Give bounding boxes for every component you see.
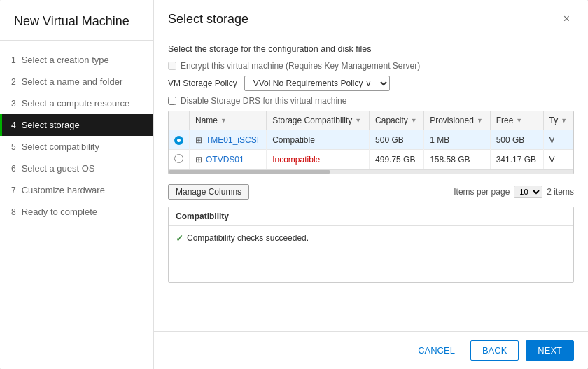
datastore-icon: ⊞ (195, 135, 202, 145)
free-sort-icon[interactable]: ▼ (516, 117, 522, 124)
content-footer: CANCEL BACK NEXT (154, 331, 588, 369)
sidebar-step-1[interactable]: 1Select a creation type (0, 49, 153, 71)
items-per-page-label: Items per page (454, 187, 510, 197)
content-title: Select storage (168, 12, 248, 27)
step-num: 1 (11, 55, 16, 65)
subtitle: Select the storage for the configuration… (168, 44, 574, 54)
compatibility-body: ✓ Compatibility checks succeeded. (169, 226, 573, 282)
table-footer: Manage Columns Items per page 10 25 50 2… (168, 181, 574, 202)
manage-columns-button[interactable]: Manage Columns (168, 184, 249, 200)
encrypt-row: Encrypt this virtual machine (Requires K… (168, 61, 574, 71)
type-sort-icon[interactable]: ▼ (561, 117, 567, 124)
scrollbar-thumb[interactable] (169, 170, 330, 174)
provisioned-sort-icon[interactable]: ▼ (477, 117, 483, 124)
step-label: Ready to complete (22, 207, 97, 217)
step-num: 2 (11, 77, 16, 87)
step-num: 7 (11, 186, 16, 195)
capacity-cell: 500 GB (370, 130, 424, 150)
step-num: 3 (11, 99, 16, 109)
provisioned-cell: 158.58 GB (424, 150, 490, 170)
table-row[interactable]: ⊞ TME01_iSCSI Compatible 500 GB1 MB500 G… (169, 130, 573, 150)
sidebar-step-8[interactable]: 8Ready to complete (0, 201, 153, 223)
col-type[interactable]: Ty ▼ (543, 111, 573, 130)
ds-name-text: TME01_iSCSI (206, 135, 259, 145)
capacity-cell: 499.75 GB (370, 150, 424, 170)
step-label: Select a compute resource (22, 98, 130, 109)
storage-table: Name ▼ Storage Compatibility ▼ (169, 111, 573, 169)
content-header: Select storage × (154, 0, 588, 34)
name-sort-icon[interactable]: ▼ (220, 117, 227, 124)
compat-cell: Compatible (267, 130, 370, 150)
cancel-button[interactable]: CANCEL (410, 341, 463, 360)
drs-label: Disable Storage DRS for this virtual mac… (181, 96, 346, 106)
radio-button[interactable] (174, 136, 183, 145)
content-body: Select the storage for the configuration… (154, 34, 588, 331)
compat-sort-icon[interactable]: ▼ (355, 117, 361, 124)
table-row[interactable]: ⊞ OTVDS01 Incompatible 499.75 GB158.58 G… (169, 150, 573, 170)
type-cell: V (543, 150, 573, 170)
drs-row: Disable Storage DRS for this virtual mac… (168, 96, 574, 106)
col-provisioned[interactable]: Provisioned ▼ (424, 111, 490, 130)
encrypt-label: Encrypt this virtual machine (Requires K… (181, 61, 420, 71)
provisioned-cell: 1 MB (424, 130, 490, 150)
type-cell: V (543, 130, 573, 150)
radio-cell[interactable] (169, 130, 190, 150)
col-radio (169, 111, 190, 130)
name-cell: ⊞ TME01_iSCSI (190, 130, 267, 150)
compat-badge: Compatible (272, 135, 315, 145)
step-label: Select storage (22, 120, 80, 130)
step-label: Select a guest OS (22, 163, 95, 174)
policy-select[interactable]: VVol No Requirements Policy ∨ (244, 76, 390, 91)
sidebar-step-7[interactable]: 7Customize hardware (0, 179, 153, 201)
check-icon: ✓ (176, 233, 183, 244)
sidebar-step-2[interactable]: 2Select a name and folder (0, 71, 153, 92)
col-capacity[interactable]: Capacity ▼ (370, 111, 424, 130)
col-name[interactable]: Name ▼ (190, 111, 267, 130)
storage-table-container: Name ▼ Storage Compatibility ▼ (168, 111, 574, 174)
compatibility-title: Compatibility (169, 207, 573, 226)
radio-button[interactable] (174, 154, 183, 163)
new-vm-modal: New Virtual Machine 1Select a creation t… (0, 0, 588, 369)
close-button[interactable]: × (559, 11, 574, 27)
free-cell: 500 GB (490, 130, 543, 150)
step-num: 6 (11, 164, 16, 174)
compat-badge: Incompatible (272, 155, 320, 165)
step-label: Select compatibility (22, 141, 99, 152)
step-label: Select a creation type (22, 55, 109, 65)
sidebar-step-6[interactable]: 6Select a guest OS (0, 158, 153, 179)
col-compat[interactable]: Storage Compatibility ▼ (267, 111, 370, 130)
table-header-row: Name ▼ Storage Compatibility ▼ (169, 111, 573, 130)
col-free[interactable]: Free ▼ (490, 111, 543, 130)
step-label: Customize hardware (22, 185, 105, 195)
name-cell: ⊞ OTVDS01 (190, 150, 267, 170)
sidebar-step-5[interactable]: 5Select compatibility (0, 136, 153, 158)
radio-cell[interactable] (169, 150, 190, 170)
scrollbar-track[interactable] (169, 169, 573, 174)
content-panel: Select storage × Select the storage for … (154, 0, 588, 369)
capacity-sort-icon[interactable]: ▼ (411, 117, 417, 124)
sidebar-steps: 1Select a creation type2Select a name an… (0, 41, 153, 231)
drs-checkbox[interactable] (168, 97, 176, 105)
back-button[interactable]: BACK (470, 340, 519, 361)
step-label: Select a name and folder (22, 76, 123, 87)
sidebar: New Virtual Machine 1Select a creation t… (0, 0, 154, 369)
ds-name-text: OTVDS01 (206, 155, 244, 165)
free-cell: 341.17 GB (490, 150, 543, 170)
sidebar-title: New Virtual Machine (0, 0, 153, 41)
compatibility-message: Compatibility checks succeeded. (187, 233, 309, 243)
policy-label: VM Storage Policy (168, 78, 237, 88)
pagination-info: Items per page 10 25 50 2 items (454, 186, 574, 198)
compatibility-section: Compatibility ✓ Compatibility checks suc… (168, 207, 574, 283)
next-button[interactable]: NEXT (526, 340, 574, 361)
policy-row: VM Storage Policy VVol No Requirements P… (168, 76, 574, 91)
items-total: 2 items (547, 187, 574, 197)
sidebar-step-3[interactable]: 3Select a compute resource (0, 92, 153, 114)
step-num: 4 (11, 120, 16, 130)
compat-cell: Incompatible (267, 150, 370, 170)
items-per-page-select[interactable]: 10 25 50 (514, 186, 542, 198)
step-num: 8 (11, 207, 16, 217)
datastore-icon: ⊞ (195, 155, 202, 165)
sidebar-step-4: 4Select storage (0, 114, 153, 136)
step-num: 5 (11, 142, 16, 152)
encrypt-checkbox[interactable] (168, 62, 176, 70)
